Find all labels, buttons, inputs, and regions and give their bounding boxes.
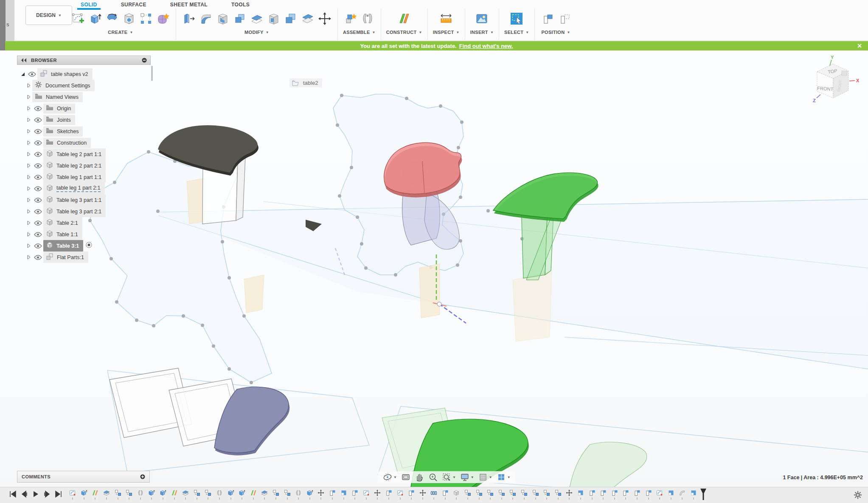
group-label-inspect[interactable]: INSPECT▼	[433, 30, 460, 35]
play-button[interactable]	[31, 490, 40, 498]
fit-icon[interactable]: ▼	[440, 472, 458, 483]
timeline-marker[interactable]	[700, 488, 706, 502]
step-back-button[interactable]	[20, 490, 28, 498]
expand-arrow-icon[interactable]	[25, 163, 32, 168]
tree-item-joints[interactable]: Joints	[17, 114, 151, 126]
create-form-icon[interactable]	[155, 11, 171, 26]
browser-scrollbar[interactable]	[151, 66, 153, 81]
expand-arrow-icon[interactable]	[25, 83, 32, 88]
move-copy-icon[interactable]	[317, 11, 332, 26]
timeline-feature-extrude[interactable]	[79, 489, 90, 500]
tab-tools[interactable]: TOOLS	[230, 0, 251, 9]
timeline-feature-component[interactable]	[202, 489, 214, 500]
visibility-eye-icon[interactable]	[32, 152, 43, 157]
tree-item-table-leg-3-part-2-1[interactable]: Table leg 3 part 2:1	[17, 206, 151, 217]
tab-solid[interactable]: SOLID	[79, 0, 99, 9]
tree-item-table-leg-2-part-1-1[interactable]: Table leg 2 part 1:1	[17, 148, 151, 160]
group-label-construct[interactable]: CONSTRUCT▼	[386, 30, 422, 35]
expand-arrow-icon[interactable]	[25, 106, 32, 111]
timeline-feature-flag[interactable]	[383, 489, 395, 500]
combine-icon[interactable]	[232, 11, 247, 26]
replace-face-icon[interactable]	[300, 11, 315, 26]
offset-face-icon[interactable]	[249, 11, 264, 26]
timeline-feature-component[interactable]	[507, 489, 519, 500]
timeline-feature-plane[interactable]	[169, 489, 180, 500]
joint-icon[interactable]	[360, 11, 375, 26]
tree-item-table-leg-1-part-2-1[interactable]: table leg 1 part 2:1	[17, 183, 151, 194]
tree-item-document-settings[interactable]: Document Settings	[17, 80, 151, 91]
visibility-eye-icon[interactable]	[32, 232, 43, 237]
create-sketch-icon[interactable]	[70, 11, 86, 26]
flat-parts-left[interactable]	[110, 368, 289, 455]
new-component-icon[interactable]	[343, 11, 358, 26]
timeline-feature-component[interactable]	[473, 489, 485, 500]
timeline-feature-component[interactable]	[519, 489, 530, 500]
timeline-feature-component[interactable]	[112, 489, 124, 500]
timeline-feature-sketch[interactable]	[394, 489, 406, 500]
timeline-settings-gear-icon[interactable]	[854, 491, 862, 501]
browser-panel-header[interactable]: BROWSER	[17, 56, 151, 65]
tree-item-origin[interactable]: Origin	[17, 103, 151, 114]
tab-surface[interactable]: SURFACE	[119, 0, 148, 9]
timeline-feature-sketch[interactable]	[360, 489, 372, 500]
timeline-feature-offset[interactable]	[259, 489, 270, 500]
extrude-icon[interactable]	[87, 11, 103, 26]
panel-options-icon[interactable]	[142, 58, 147, 63]
collapse-arrow-icon[interactable]	[20, 72, 26, 76]
revolve-icon[interactable]	[104, 11, 120, 26]
expand-arrow-icon[interactable]	[25, 186, 32, 191]
comments-bar[interactable]: COMMENTS	[17, 471, 150, 483]
visibility-eye-icon[interactable]	[32, 106, 43, 111]
timeline-feature-component[interactable]	[553, 489, 564, 500]
select-icon[interactable]	[509, 11, 524, 26]
measure-icon[interactable]	[438, 11, 454, 26]
hole-icon[interactable]	[121, 11, 137, 26]
visibility-eye-icon[interactable]	[32, 140, 43, 145]
expand-arrow-icon[interactable]	[25, 129, 32, 134]
add-comment-icon[interactable]	[140, 474, 145, 479]
timeline-feature-flag[interactable]	[609, 489, 621, 500]
insert-image-icon[interactable]	[474, 11, 489, 26]
group-label-position[interactable]: POSITION▼	[541, 30, 570, 35]
shell-icon[interactable]	[215, 11, 230, 26]
rectangular-pattern-icon[interactable]	[138, 11, 154, 26]
timeline-feature-flag[interactable]	[327, 489, 338, 500]
timeline-feature-component[interactable]	[124, 489, 135, 500]
expand-arrow-icon[interactable]	[25, 221, 32, 225]
timeline-feature-move[interactable]	[417, 489, 428, 500]
expand-arrow-icon[interactable]	[25, 175, 32, 179]
timeline-feature-fillet[interactable]	[677, 489, 688, 500]
timeline-feature-extrude[interactable]	[146, 489, 157, 500]
timeline-feature-flag[interactable]	[598, 489, 609, 500]
timeline-feature-joint[interactable]	[214, 489, 225, 500]
split-body-icon[interactable]	[266, 11, 281, 26]
go-to-end-button[interactable]	[54, 490, 63, 498]
construction-plane-icon[interactable]	[396, 11, 412, 26]
timeline-feature-flag[interactable]	[620, 489, 632, 500]
expand-arrow-icon[interactable]	[25, 243, 32, 248]
timeline-feature-flag[interactable]	[586, 489, 598, 500]
press-pull-icon[interactable]	[181, 11, 197, 26]
visibility-eye-icon[interactable]	[32, 209, 43, 214]
tree-item-table-leg-1-part-1-1[interactable]: Table leg 1 part 1:1	[17, 171, 151, 183]
timeline-feature-extrude[interactable]	[304, 489, 315, 500]
timeline-feature-pattern[interactable]	[428, 489, 440, 500]
expand-arrow-icon[interactable]	[25, 140, 32, 145]
orbit-icon[interactable]: ▼	[381, 472, 399, 483]
fillet-icon[interactable]	[198, 11, 213, 26]
timeline-feature-flag[interactable]	[440, 489, 451, 500]
timeline-feature-extrude[interactable]	[157, 489, 169, 500]
timeline-feature-corner[interactable]	[688, 489, 699, 500]
timeline-feature-flag[interactable]	[632, 489, 643, 500]
expand-arrow-icon[interactable]	[25, 117, 32, 122]
viewcube[interactable]: TOP FRONT RIGHT Y X Z	[805, 54, 860, 109]
timeline-feature-component[interactable]	[281, 489, 293, 500]
tree-item-table-leg-3-part-1-1[interactable]: Table leg 3 part 1:1	[17, 194, 151, 206]
chevron-down-icon[interactable]: ▼	[507, 475, 511, 479]
timeline-feature-corner[interactable]	[575, 489, 587, 500]
viewcube-corner[interactable]	[842, 71, 847, 75]
activate-component-radio[interactable]	[86, 242, 92, 250]
timeline-feature-corner[interactable]	[338, 489, 349, 500]
display-settings-icon[interactable]: ▼	[458, 472, 476, 483]
chevron-down-icon[interactable]: ▼	[393, 475, 397, 479]
